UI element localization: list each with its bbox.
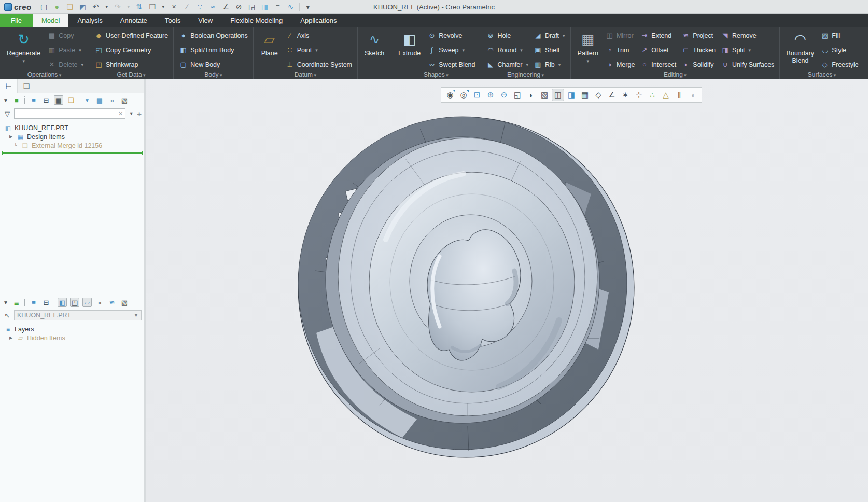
layers-root-row[interactable]: Layers <box>0 325 144 333</box>
copy-geometry-button[interactable]: Copy Geometry <box>93 44 170 57</box>
redo-icon[interactable] <box>113 2 122 11</box>
tab-flexible-modeling[interactable]: Flexible Modeling <box>221 14 291 27</box>
regenerate-list-icon[interactable] <box>135 2 144 11</box>
delete-button[interactable]: Delete <box>46 58 85 71</box>
curve-analysis-icon[interactable] <box>208 2 218 11</box>
group-label-model-intent[interactable]: Model Intent <box>866 70 868 79</box>
window-dropdown-icon[interactable] <box>161 2 166 11</box>
revolve-button[interactable]: Revolve <box>426 29 477 42</box>
boolean-operations-button[interactable]: Boolean Operations <box>177 29 249 42</box>
customize-dropdown-icon[interactable] <box>303 2 313 11</box>
angle-icon[interactable] <box>221 2 231 11</box>
style-button[interactable]: Style <box>819 44 860 57</box>
geometry-checks-icon[interactable] <box>660 89 672 101</box>
merge-button[interactable]: Merge <box>604 58 636 71</box>
tree-root-row[interactable]: KHUON_REF.PRT <box>0 123 144 132</box>
close-window-icon[interactable] <box>170 2 179 11</box>
model-viewport[interactable] <box>297 115 635 458</box>
tab-model[interactable]: Model <box>33 14 68 27</box>
group-label-get-data[interactable]: Get Data <box>91 71 172 79</box>
dragger-icon[interactable] <box>646 89 659 101</box>
group-label-editing[interactable]: Editing <box>572 71 778 79</box>
open-settings-icon[interactable] <box>66 95 76 105</box>
layer-list-icon[interactable] <box>107 298 117 307</box>
expand-all-icon[interactable] <box>29 95 38 105</box>
plane-button[interactable]: Plane <box>257 29 282 57</box>
model-tree-tab[interactable] <box>0 79 18 93</box>
layer-report-icon[interactable] <box>120 298 129 307</box>
tree-options-dropdown-icon[interactable] <box>3 95 9 105</box>
offset-button[interactable]: Offset <box>638 44 678 57</box>
refit-view-icon[interactable] <box>511 89 524 101</box>
tree-search-input[interactable] <box>14 108 125 119</box>
shading-icon[interactable] <box>525 89 537 101</box>
redo-dropdown-icon[interactable] <box>126 2 131 11</box>
extrude-button[interactable]: Extrude <box>395 29 424 57</box>
pattern-button[interactable]: Pattern <box>575 29 601 65</box>
zoom-region-icon[interactable] <box>471 89 483 101</box>
tab-file[interactable]: File <box>0 14 33 27</box>
hidden-items-eye-icon[interactable] <box>457 89 470 101</box>
round-button[interactable]: Round <box>485 44 530 57</box>
mirror-button[interactable]: Mirror <box>604 29 636 42</box>
point-button[interactable]: Point <box>284 44 354 57</box>
intersect-button[interactable]: Intersect <box>638 58 678 71</box>
measure-icon[interactable] <box>183 2 192 11</box>
view-manager-icon[interactable] <box>579 89 591 101</box>
zoom-out-icon[interactable] <box>498 89 510 101</box>
trim-button[interactable]: Trim <box>604 44 636 57</box>
sections-icon[interactable] <box>565 89 578 101</box>
copy-button[interactable]: Copy <box>46 29 85 42</box>
new-file-icon[interactable] <box>39 2 49 11</box>
group-label-operations[interactable]: Operations <box>2 71 87 79</box>
hole-button[interactable]: Hole <box>485 29 530 42</box>
rib-button[interactable]: Rib <box>532 58 567 71</box>
layer-info-icon[interactable] <box>70 298 79 307</box>
layer-model-combo[interactable]: KHUON_REF.PRT <box>14 310 142 320</box>
show-layer-items-icon[interactable] <box>58 298 67 307</box>
add-filter-icon[interactable] <box>137 109 142 118</box>
draft-button[interactable]: Draft <box>532 29 567 42</box>
tab-annotate[interactable]: Annotate <box>111 14 156 27</box>
sketch-button[interactable]: Sketch <box>361 29 387 57</box>
parameters-icon[interactable] <box>273 2 283 11</box>
layer-overflow-icon[interactable] <box>95 298 104 307</box>
open-file-icon[interactable] <box>65 2 75 11</box>
select-cursor-icon[interactable] <box>3 311 12 320</box>
view-orientation-icon[interactable] <box>552 89 564 101</box>
split-trim-body-button[interactable]: Split/Trim Body <box>177 44 249 57</box>
datum-display-icon[interactable] <box>606 89 618 101</box>
paste-button[interactable]: Paste <box>46 44 85 57</box>
exit-tool-icon[interactable] <box>687 89 699 101</box>
zoom-in-icon[interactable] <box>484 89 497 101</box>
tab-view[interactable]: View <box>189 14 221 27</box>
appearance-icon[interactable] <box>260 2 270 11</box>
collapse-all-icon[interactable] <box>41 95 51 105</box>
group-label-engineering[interactable]: Engineering <box>483 71 569 79</box>
tree-columns-icon[interactable] <box>95 95 104 105</box>
coordinate-system-button[interactable]: Coordinate System <box>284 58 354 71</box>
perspective-icon[interactable] <box>592 89 605 101</box>
chamfer-button[interactable]: Chamfer <box>485 58 530 71</box>
layer-expand-icon[interactable] <box>29 298 38 307</box>
search-dropdown-icon[interactable] <box>128 111 135 116</box>
tab-tools[interactable]: Tools <box>156 14 189 27</box>
diameter-icon[interactable] <box>234 2 244 11</box>
show-list-icon[interactable] <box>120 95 129 105</box>
shrinkwrap-button[interactable]: Shrinkwrap <box>93 58 170 71</box>
project-button[interactable]: Project <box>680 29 717 42</box>
remove-button[interactable]: Remove <box>719 29 776 42</box>
solidify-button[interactable]: Solidify <box>680 58 717 71</box>
tree-columns-toggle-icon[interactable] <box>54 95 63 105</box>
regenerate-button[interactable]: Regenerate <box>4 29 44 65</box>
save-icon[interactable] <box>78 2 88 11</box>
tree-row-external-merge[interactable]: └ External Merge id 12156 <box>0 141 144 150</box>
clear-search-icon[interactable] <box>118 110 123 117</box>
group-label-surfaces[interactable]: Surfaces <box>781 71 862 79</box>
tree-filters-icon[interactable] <box>82 95 92 105</box>
spin-center-icon[interactable] <box>633 89 645 101</box>
insertion-point-indicator[interactable] <box>2 152 143 154</box>
group-label-datum[interactable]: Datum <box>255 71 356 79</box>
sweep-button[interactable]: Sweep <box>426 44 477 57</box>
tab-analysis[interactable]: Analysis <box>68 14 111 27</box>
